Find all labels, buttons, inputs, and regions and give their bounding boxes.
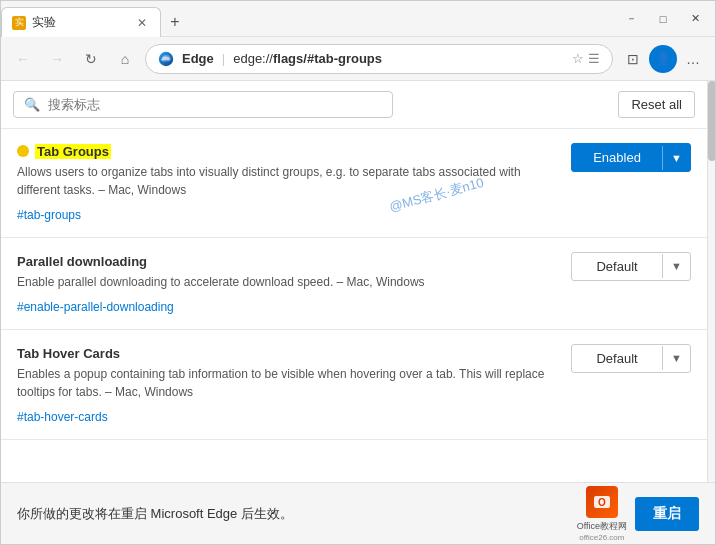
flag-link-hover[interactable]: #tab-hover-cards	[17, 410, 108, 424]
tab-title: 实验	[32, 14, 128, 31]
address-separator: |	[222, 51, 225, 66]
search-input[interactable]	[48, 97, 382, 112]
flag-item-tab-groups: Tab Groups Allows users to organize tabs…	[1, 129, 707, 238]
browser-window: 实 实验 ✕ + － □ ✕ ← → ↻ ⌂	[0, 0, 716, 545]
flags-content: 🔍 Reset all Tab Groups Allows users to o…	[1, 81, 707, 482]
flag-item-hover-info: Tab Hover Cards Enables a popup containi…	[17, 344, 559, 425]
close-button[interactable]: ✕	[679, 3, 711, 35]
more-menu-button[interactable]: …	[679, 45, 707, 73]
dropdown-value-hover: Default	[572, 345, 662, 372]
forward-button[interactable]: →	[43, 45, 71, 73]
share-icon[interactable]: ⊡	[619, 45, 647, 73]
flag-link-tab-groups[interactable]: #tab-groups	[17, 208, 81, 222]
svg-text:O: O	[598, 497, 606, 508]
flag-title-hover: Tab Hover Cards	[17, 346, 120, 361]
office-svg-icon: O	[592, 492, 612, 512]
flag-description-tab-groups: Allows users to organize tabs into visua…	[17, 163, 559, 199]
restart-section: O Office教程网 office26.com 重启	[577, 486, 699, 542]
office-site-label: Office教程网	[577, 520, 627, 533]
search-input-wrapper[interactable]: 🔍	[13, 91, 393, 118]
home-button[interactable]: ⌂	[111, 45, 139, 73]
address-icons: ☆ ☰	[572, 51, 600, 66]
content-area: 🔍 Reset all Tab Groups Allows users to o…	[1, 81, 715, 482]
flag-item-parallel-info: Parallel downloading Enable parallel dow…	[17, 252, 559, 315]
bottom-notice-text: 你所做的更改将在重启 Microsoft Edge 后生效。	[17, 505, 293, 523]
active-tab[interactable]: 实 实验 ✕	[1, 7, 161, 37]
window-controls: － □ ✕	[611, 1, 715, 36]
flag-dropdown-tab-groups[interactable]: Enabled ▼	[571, 143, 691, 172]
office-badge: O Office教程网 office26.com	[577, 486, 627, 542]
scrollbar[interactable]	[707, 81, 715, 482]
reset-all-button[interactable]: Reset all	[618, 91, 695, 118]
flag-indicator-icon	[17, 145, 29, 157]
flag-link-parallel[interactable]: #enable-parallel-downloading	[17, 300, 174, 314]
search-icon: 🔍	[24, 97, 40, 112]
flag-dropdown-hover[interactable]: Default ▼	[571, 344, 691, 373]
dropdown-arrow-parallel[interactable]: ▼	[662, 254, 690, 278]
bottom-bar: 你所做的更改将在重启 Microsoft Edge 后生效。 O Office教…	[1, 482, 715, 544]
tab-area: 实 实验 ✕ +	[1, 1, 611, 36]
dropdown-arrow-tab-groups[interactable]: ▼	[662, 146, 690, 170]
scrollbar-thumb[interactable]	[708, 81, 715, 161]
profile-icon[interactable]: 👤	[649, 45, 677, 73]
flag-control-parallel: Default ▼	[571, 252, 691, 281]
title-bar: 实 实验 ✕ + － □ ✕	[1, 1, 715, 37]
refresh-button[interactable]: ↻	[77, 45, 105, 73]
flag-dropdown-parallel[interactable]: Default ▼	[571, 252, 691, 281]
flag-description-hover: Enables a popup containing tab informati…	[17, 365, 559, 401]
flag-control-hover: Default ▼	[571, 344, 691, 373]
flags-search-bar: 🔍 Reset all	[1, 81, 707, 129]
dropdown-arrow-hover[interactable]: ▼	[662, 346, 690, 370]
tab-close-button[interactable]: ✕	[134, 15, 150, 31]
address-brand-label: Edge	[182, 51, 214, 66]
favorite-icon[interactable]: ☆	[572, 51, 584, 66]
flag-title-text-parallel: Parallel downloading	[17, 254, 147, 269]
dropdown-value-parallel: Default	[572, 253, 662, 280]
toolbar-icons: ⊡ 👤 …	[619, 45, 707, 73]
office-url-label: office26.com	[579, 533, 624, 542]
edge-logo-icon	[158, 51, 174, 67]
office-logo-icon: O	[586, 486, 618, 518]
flag-item-parallel-downloading: Parallel downloading Enable parallel dow…	[1, 238, 707, 330]
back-button[interactable]: ←	[9, 45, 37, 73]
address-bar: ← → ↻ ⌂ Edge |	[1, 37, 715, 81]
minimize-button[interactable]: －	[615, 3, 647, 35]
flag-title-tab-groups: Tab Groups	[17, 144, 111, 159]
address-input[interactable]: Edge | edge://flags/#tab-groups ☆ ☰	[145, 44, 613, 74]
flag-item-tab-groups-info: Tab Groups Allows users to organize tabs…	[17, 143, 559, 223]
restore-button[interactable]: □	[647, 3, 679, 35]
address-url-text: edge://flags/#tab-groups	[233, 51, 564, 66]
flag-title-text-hover: Tab Hover Cards	[17, 346, 120, 361]
flag-item-tab-hover-cards: Tab Hover Cards Enables a popup containi…	[1, 330, 707, 440]
dropdown-value-tab-groups: Enabled	[572, 144, 662, 171]
flag-control-tab-groups: Enabled ▼	[571, 143, 691, 172]
flag-title-parallel: Parallel downloading	[17, 254, 147, 269]
collections-icon[interactable]: ☰	[588, 51, 600, 66]
new-tab-button[interactable]: +	[161, 8, 189, 36]
tab-favicon: 实	[12, 16, 26, 30]
flag-description-parallel: Enable parallel downloading to accelerat…	[17, 273, 559, 291]
restart-button[interactable]: 重启	[635, 497, 699, 531]
flag-title-text-tab-groups: Tab Groups	[35, 144, 111, 159]
